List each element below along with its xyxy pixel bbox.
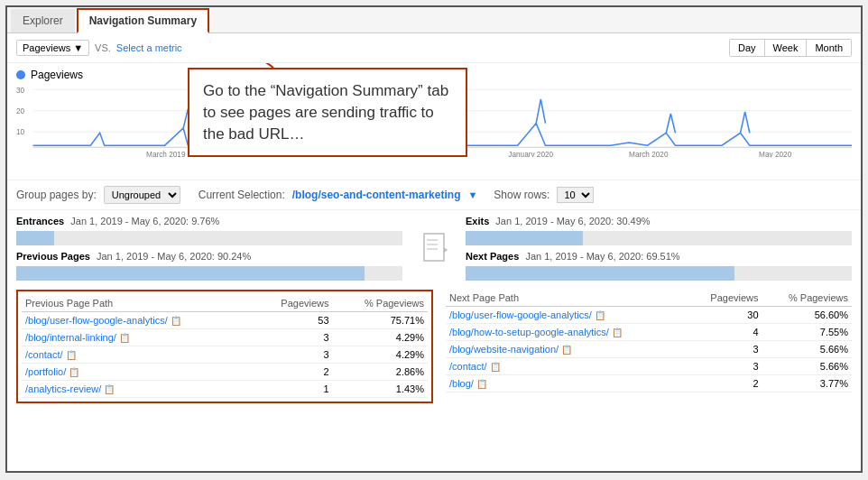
prev-pageviews-header: Pageviews [254,295,332,312]
prev-path-cell[interactable]: /blog/internal-linking/📋 [22,329,254,346]
table-row: /blog/website-navigation/📋 3 5.66% [446,341,852,358]
table-row: /blog/📋 2 3.77% [446,375,852,392]
stats-section: Entrances Jan 1, 2019 - May 6, 2020: 9.7… [7,210,861,284]
next-pct-cell: 3.77% [762,375,852,392]
prev-pct-cell: 4.29% [333,329,428,346]
svg-text:May 2020: May 2020 [759,150,791,157]
group-pages-label: Group pages by: [16,189,97,201]
entrances-bar [16,231,402,245]
prev-path-header: Previous Page Path [22,295,254,312]
tab-navigation-summary[interactable]: Navigation Summary [77,8,209,33]
next-pageviews-cell: 3 [688,358,762,375]
copy-icon: 📋 [561,345,572,355]
week-button[interactable]: Week [765,40,808,56]
show-rows-label: Show rows: [494,189,549,201]
next-pages-date: Jan 1, 2019 - May 6, 2020: 69.51% [525,251,679,262]
copy-icon: 📋 [612,328,623,337]
annotation-box: Go to the “Navigation Summary” tab to se… [188,68,467,157]
copy-icon: 📋 [69,367,79,377]
copy-icon: 📋 [171,316,181,326]
prev-path-cell[interactable]: /blog/user-flow-google-analytics/📋 [22,312,254,329]
next-pages-bar [466,266,852,281]
prev-pageviews-cell: 3 [254,346,332,364]
next-pages-table: Next Page Path Pageviews % Pageviews /bl… [446,290,852,403]
pageviews-legend-dot [16,70,25,79]
metric-left: Pageviews ▼ VS. Select a metric [16,40,182,56]
svg-text:10: 10 [16,127,24,136]
prev-pages-table: Previous Page Path Pageviews % Pageviews… [16,290,433,403]
next-path-cell[interactable]: /blog/how-to-setup-google-analytics/📋 [446,324,688,341]
prev-pageviews-cell: 1 [254,381,332,398]
current-url-dropdown[interactable]: ▼ [467,189,477,200]
exits-bar-fill [466,231,583,245]
select-metric-link[interactable]: Select a metric [116,42,182,53]
next-pageviews-cell: 2 [688,375,762,392]
exits-date: Jan 1, 2019 - May 6, 2020: 30.49% [495,216,650,226]
chart-legend-label: Pageviews [31,69,83,81]
current-url[interactable]: /blog/seo-and-content-marketing [292,189,461,201]
svg-rect-13 [424,234,444,261]
prev-pct-header: % Pageviews [333,295,428,312]
flow-icon-svg [420,229,448,265]
table-row: /contact/📋 3 4.29% [22,346,428,364]
prev-pct-cell: 2.86% [333,364,428,381]
prev-pageviews-cell: 2 [254,364,332,381]
svg-text:20: 20 [16,106,24,115]
next-path-cell[interactable]: /blog/user-flow-google-analytics/📋 [446,307,688,324]
group-row: Group pages by: Ungrouped Current Select… [7,180,861,210]
copy-icon: 📋 [66,350,77,360]
next-pageviews-cell: 3 [688,341,762,358]
prev-pages-bar [16,266,402,281]
prev-pages-bar-fill [16,266,365,281]
svg-text:30: 30 [16,85,24,94]
copy-icon: 📋 [595,310,605,320]
prev-pct-cell: 75.71% [333,312,428,329]
next-path-cell[interactable]: /contact/📋 [446,358,688,375]
pageviews-dropdown[interactable]: Pageviews ▼ [16,40,89,56]
table-row: /contact/📋 3 5.66% [446,358,852,375]
exits-label: Exits [466,216,489,226]
svg-text:March 2019: March 2019 [146,150,186,157]
exits-bar [466,231,852,245]
vs-label: VS. [95,42,111,53]
copy-icon: 📋 [104,384,115,394]
next-pct-cell: 7.55% [762,324,852,341]
flow-arrow-icon [411,210,457,284]
entrances-bar-fill [16,231,54,245]
next-pageviews-cell: 4 [688,324,762,341]
time-buttons: Day Week Month [729,39,852,57]
next-pct-cell: 5.66% [762,358,852,375]
next-pct-cell: 56.60% [762,307,852,324]
copy-icon: 📋 [476,379,487,389]
next-path-cell[interactable]: /blog/📋 [446,375,688,392]
prev-path-cell[interactable]: /portfolio/📋 [22,364,254,381]
prev-path-cell[interactable]: /analytics-review/📋 [22,381,254,398]
next-path-cell[interactable]: /blog/website-navigation/📋 [446,341,688,358]
table-row: /analytics-review/📋 1 1.43% [22,381,428,398]
prev-path-cell[interactable]: /contact/📋 [22,346,254,364]
table-row: /blog/user-flow-google-analytics/📋 30 56… [446,307,852,324]
tables-area: Previous Page Path Pageviews % Pageviews… [7,284,861,409]
group-select[interactable]: Ungrouped [104,186,180,204]
prev-pct-cell: 4.29% [333,346,428,364]
entrances-label: Entrances [16,216,64,226]
table-row: /blog/internal-linking/📋 3 4.29% [22,329,428,346]
entrances-section: Entrances Jan 1, 2019 - May 6, 2020: 9.7… [7,210,411,284]
show-rows-select[interactable]: 10 25 50 [557,187,594,203]
next-path-header: Next Page Path [446,290,688,307]
current-selection-label: Current Selection: [199,189,285,201]
next-pct-header: % Pageviews [762,290,852,307]
tabs-bar: Explorer Navigation Summary [7,7,861,33]
day-button[interactable]: Day [730,40,765,56]
month-button[interactable]: Month [807,40,851,56]
prev-pageviews-cell: 53 [254,312,332,329]
next-pages-label: Next Pages [466,251,519,262]
next-pct-cell: 5.66% [762,341,852,358]
svg-text:January 2020: January 2020 [508,150,553,157]
entrances-date: Jan 1, 2019 - May 6, 2020: 9.76% [70,216,219,226]
prev-pages-date: Jan 1, 2019 - May 6, 2020: 90.24% [97,251,251,262]
prev-pageviews-cell: 3 [254,329,332,346]
prev-pages-label: Previous Pages [16,251,90,262]
tab-explorer[interactable]: Explorer [11,9,75,32]
svg-text:March 2020: March 2020 [629,150,669,157]
